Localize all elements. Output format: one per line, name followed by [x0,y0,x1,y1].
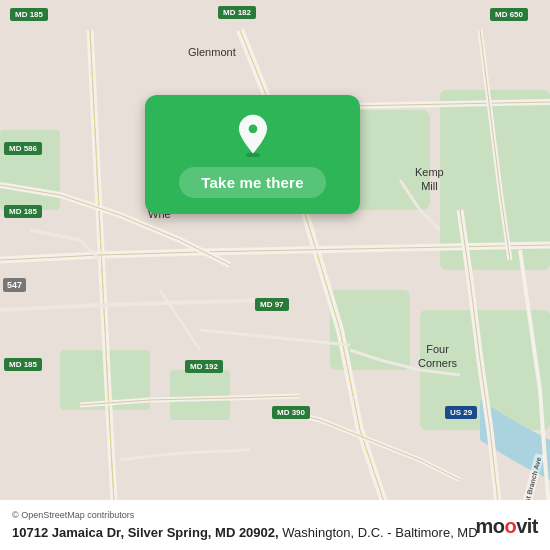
place-label-four-corners: FourCorners [418,342,457,371]
osm-attribution: © OpenStreetMap contributors [12,510,538,520]
moovit-logo: moovit [475,515,538,538]
shield-us-29: US 29 [445,406,477,419]
action-card: Take me there [145,95,360,214]
shield-md-650: MD 650 [490,8,528,21]
location-pin-icon [231,113,275,157]
shield-md-390: MD 390 [272,406,310,419]
place-label-glenmont: Glenmont [188,46,236,58]
map-container: Glenmont KempMill FourCorners Whe Northe… [0,0,550,550]
shield-md-185-bot: MD 185 [4,358,42,371]
bottom-bar: © OpenStreetMap contributors 10712 Jamai… [0,500,550,550]
shield-md-192: MD 192 [185,360,223,373]
shield-md-185-top: MD 185 [10,8,48,21]
shield-md-586: MD 586 [4,142,42,155]
shield-md-182: MD 182 [218,6,256,19]
address-street: 10712 Jamaica Dr, Silver Spring, MD 2090… [12,525,279,540]
place-label-kemp-mill: KempMill [415,165,444,194]
shield-md-185-mid: MD 185 [4,205,42,218]
shield-md-97: MD 97 [255,298,289,311]
svg-point-8 [247,124,258,135]
map-roads [0,0,550,550]
svg-rect-5 [170,370,230,420]
address-line: 10712 Jamaica Dr, Silver Spring, MD 2090… [12,524,538,542]
shield-547: 547 [3,278,26,292]
address-city-region: Washington, D.C. - Baltimore, MD [282,525,477,540]
take-me-there-button[interactable]: Take me there [179,167,325,198]
